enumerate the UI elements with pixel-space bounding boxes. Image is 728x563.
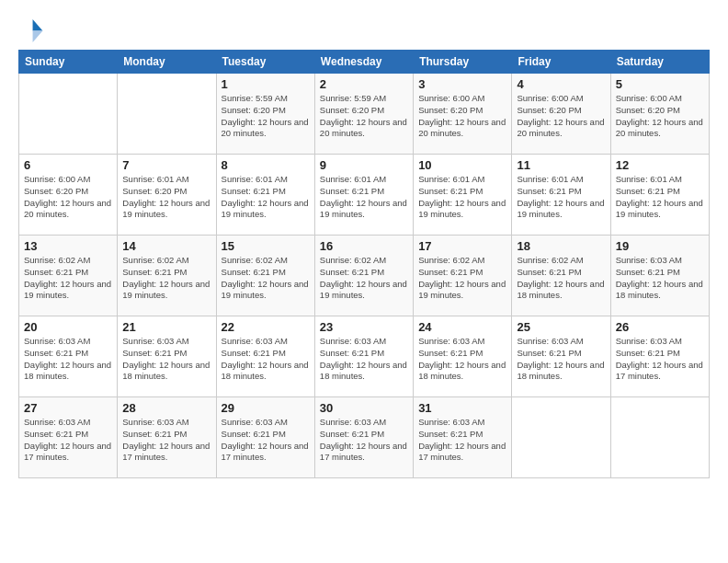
calendar-day-cell: [610, 397, 709, 478]
day-info: Sunrise: 6:03 AM Sunset: 6:21 PM Dayligh…: [222, 417, 310, 464]
calendar-day-cell: 19Sunrise: 6:03 AM Sunset: 6:21 PM Dayli…: [610, 236, 709, 316]
day-number: 6: [24, 158, 112, 172]
calendar: SundayMondayTuesdayWednesdayThursdayFrid…: [18, 50, 710, 478]
calendar-day-cell: 4Sunrise: 6:00 AM Sunset: 6:20 PM Daylig…: [512, 74, 610, 155]
day-number: 19: [616, 239, 704, 253]
day-info: Sunrise: 6:00 AM Sunset: 6:20 PM Dayligh…: [418, 93, 506, 140]
calendar-day-cell: 24Sunrise: 6:03 AM Sunset: 6:21 PM Dayli…: [414, 316, 512, 397]
day-info: Sunrise: 6:01 AM Sunset: 6:21 PM Dayligh…: [418, 174, 506, 221]
header: [18, 17, 710, 42]
day-info: Sunrise: 6:00 AM Sunset: 6:20 PM Dayligh…: [616, 93, 704, 140]
calendar-day-cell: 18Sunrise: 6:02 AM Sunset: 6:21 PM Dayli…: [512, 236, 610, 316]
calendar-day-cell: 29Sunrise: 6:03 AM Sunset: 6:21 PM Dayli…: [216, 397, 314, 478]
day-info: Sunrise: 6:00 AM Sunset: 6:20 PM Dayligh…: [24, 174, 112, 221]
day-info: Sunrise: 6:00 AM Sunset: 6:20 PM Dayligh…: [517, 93, 605, 140]
day-number: 15: [222, 239, 310, 253]
weekday-header: Friday: [512, 51, 610, 74]
calendar-day-cell: [512, 397, 610, 478]
day-number: 8: [222, 158, 310, 172]
day-number: 16: [320, 239, 408, 253]
calendar-day-cell: 17Sunrise: 6:02 AM Sunset: 6:21 PM Dayli…: [414, 236, 512, 316]
calendar-day-cell: 11Sunrise: 6:01 AM Sunset: 6:21 PM Dayli…: [512, 155, 610, 236]
day-info: Sunrise: 6:03 AM Sunset: 6:21 PM Dayligh…: [24, 417, 112, 464]
calendar-day-cell: 9Sunrise: 6:01 AM Sunset: 6:21 PM Daylig…: [314, 155, 413, 236]
day-number: 24: [418, 320, 506, 334]
calendar-day-cell: 30Sunrise: 6:03 AM Sunset: 6:21 PM Dayli…: [314, 397, 413, 478]
calendar-day-cell: 15Sunrise: 6:02 AM Sunset: 6:21 PM Dayli…: [216, 236, 314, 316]
weekday-header: Thursday: [414, 51, 512, 74]
day-number: 1: [222, 77, 310, 91]
day-number: 14: [122, 239, 210, 253]
day-info: Sunrise: 6:03 AM Sunset: 6:21 PM Dayligh…: [418, 336, 506, 383]
day-number: 27: [24, 401, 112, 415]
day-number: 7: [122, 158, 210, 172]
day-number: 10: [418, 158, 506, 172]
calendar-day-cell: 6Sunrise: 6:00 AM Sunset: 6:20 PM Daylig…: [19, 155, 118, 236]
calendar-day-cell: 7Sunrise: 6:01 AM Sunset: 6:20 PM Daylig…: [118, 155, 216, 236]
calendar-day-cell: 2Sunrise: 5:59 AM Sunset: 6:20 PM Daylig…: [314, 74, 413, 155]
day-info: Sunrise: 6:02 AM Sunset: 6:21 PM Dayligh…: [517, 255, 605, 302]
day-info: Sunrise: 6:03 AM Sunset: 6:21 PM Dayligh…: [222, 336, 310, 383]
day-number: 11: [517, 158, 605, 172]
weekday-header: Sunday: [19, 51, 118, 74]
calendar-day-cell: 12Sunrise: 6:01 AM Sunset: 6:21 PM Dayli…: [610, 155, 709, 236]
day-info: Sunrise: 6:03 AM Sunset: 6:21 PM Dayligh…: [320, 417, 408, 464]
day-number: 5: [616, 77, 704, 91]
calendar-week-row: 20Sunrise: 6:03 AM Sunset: 6:21 PM Dayli…: [19, 316, 710, 397]
calendar-day-cell: 28Sunrise: 6:03 AM Sunset: 6:21 PM Dayli…: [118, 397, 216, 478]
day-info: Sunrise: 6:02 AM Sunset: 6:21 PM Dayligh…: [222, 255, 310, 302]
day-number: 25: [517, 320, 605, 334]
day-info: Sunrise: 6:02 AM Sunset: 6:21 PM Dayligh…: [418, 255, 506, 302]
calendar-week-row: 6Sunrise: 6:00 AM Sunset: 6:20 PM Daylig…: [19, 155, 710, 236]
day-number: 2: [320, 77, 408, 91]
day-number: 23: [320, 320, 408, 334]
calendar-day-cell: [19, 74, 118, 155]
day-info: Sunrise: 5:59 AM Sunset: 6:20 PM Dayligh…: [320, 93, 408, 140]
calendar-day-cell: 23Sunrise: 6:03 AM Sunset: 6:21 PM Dayli…: [314, 316, 413, 397]
day-number: 31: [418, 401, 506, 415]
day-info: Sunrise: 6:02 AM Sunset: 6:21 PM Dayligh…: [24, 255, 112, 302]
calendar-day-cell: 22Sunrise: 6:03 AM Sunset: 6:21 PM Dayli…: [216, 316, 314, 397]
calendar-day-cell: 25Sunrise: 6:03 AM Sunset: 6:21 PM Dayli…: [512, 316, 610, 397]
weekday-header: Wednesday: [314, 51, 413, 74]
day-number: 4: [517, 77, 605, 91]
day-number: 30: [320, 401, 408, 415]
calendar-day-cell: 27Sunrise: 6:03 AM Sunset: 6:21 PM Dayli…: [19, 397, 118, 478]
day-number: 29: [222, 401, 310, 415]
weekday-header: Tuesday: [216, 51, 314, 74]
calendar-day-cell: 20Sunrise: 6:03 AM Sunset: 6:21 PM Dayli…: [19, 316, 118, 397]
calendar-day-cell: 21Sunrise: 6:03 AM Sunset: 6:21 PM Dayli…: [118, 316, 216, 397]
page: SundayMondayTuesdayWednesdayThursdayFrid…: [0, 0, 728, 563]
svg-marker-0: [33, 19, 43, 30]
day-number: 3: [418, 77, 506, 91]
calendar-day-cell: 13Sunrise: 6:02 AM Sunset: 6:21 PM Dayli…: [19, 236, 118, 316]
calendar-day-cell: 16Sunrise: 6:02 AM Sunset: 6:21 PM Dayli…: [314, 236, 413, 316]
day-info: Sunrise: 5:59 AM Sunset: 6:20 PM Dayligh…: [222, 93, 310, 140]
weekday-header: Saturday: [610, 51, 709, 74]
day-info: Sunrise: 6:01 AM Sunset: 6:20 PM Dayligh…: [122, 174, 210, 221]
day-info: Sunrise: 6:03 AM Sunset: 6:21 PM Dayligh…: [122, 417, 210, 464]
weekday-header: Monday: [118, 51, 216, 74]
day-number: 9: [320, 158, 408, 172]
day-info: Sunrise: 6:03 AM Sunset: 6:21 PM Dayligh…: [418, 417, 506, 464]
calendar-day-cell: 8Sunrise: 6:01 AM Sunset: 6:21 PM Daylig…: [216, 155, 314, 236]
calendar-day-cell: 31Sunrise: 6:03 AM Sunset: 6:21 PM Dayli…: [414, 397, 512, 478]
calendar-week-row: 13Sunrise: 6:02 AM Sunset: 6:21 PM Dayli…: [19, 236, 710, 316]
calendar-week-row: 27Sunrise: 6:03 AM Sunset: 6:21 PM Dayli…: [19, 397, 710, 478]
day-number: 17: [418, 239, 506, 253]
logo: [18, 17, 46, 42]
day-info: Sunrise: 6:03 AM Sunset: 6:21 PM Dayligh…: [517, 336, 605, 383]
logo-icon: [18, 17, 44, 42]
day-info: Sunrise: 6:02 AM Sunset: 6:21 PM Dayligh…: [122, 255, 210, 302]
day-info: Sunrise: 6:03 AM Sunset: 6:21 PM Dayligh…: [320, 336, 408, 383]
calendar-day-cell: [118, 74, 216, 155]
day-info: Sunrise: 6:03 AM Sunset: 6:21 PM Dayligh…: [616, 255, 704, 302]
calendar-day-cell: 3Sunrise: 6:00 AM Sunset: 6:20 PM Daylig…: [414, 74, 512, 155]
calendar-day-cell: 1Sunrise: 5:59 AM Sunset: 6:20 PM Daylig…: [216, 74, 314, 155]
day-number: 22: [222, 320, 310, 334]
calendar-week-row: 1Sunrise: 5:59 AM Sunset: 6:20 PM Daylig…: [19, 74, 710, 155]
day-info: Sunrise: 6:03 AM Sunset: 6:21 PM Dayligh…: [616, 336, 704, 383]
calendar-header-row: SundayMondayTuesdayWednesdayThursdayFrid…: [19, 51, 710, 74]
svg-marker-1: [33, 31, 43, 42]
day-number: 12: [616, 158, 704, 172]
